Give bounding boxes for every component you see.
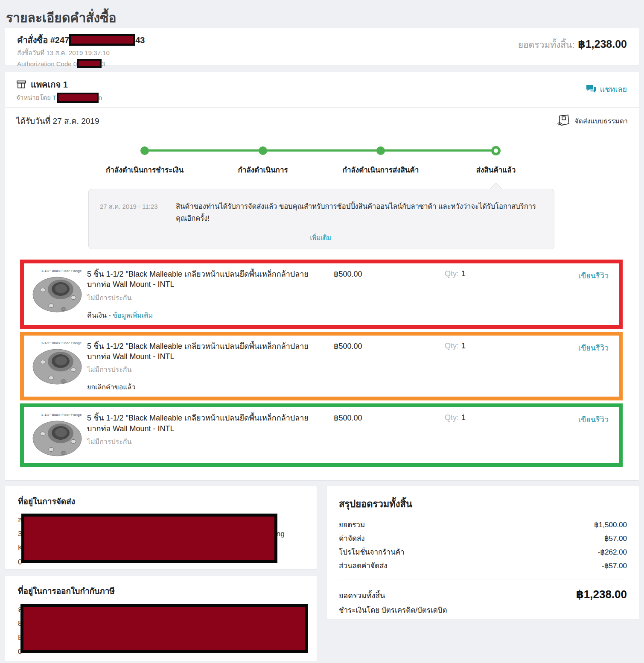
summary-total-row: ยอดรวมทั้งสิ้น ฿1,238.00: [339, 588, 627, 602]
sold-by-line: จำหน่ายโดย Tn: [16, 93, 628, 103]
summary-divider: [339, 579, 627, 579]
product-details: 5 ชิ้น 1-1/2 "Black Malleable เกลียวหน้า…: [87, 269, 334, 321]
summary-row-shipping-fee: ค่าจัดส่ง฿57.00: [339, 532, 627, 546]
total-label: ยอดรวมทั้งสิ้น: [339, 589, 385, 602]
package-card: แพคเกจ 1 จำหน่ายโดย Tn แชทเลย ได้รับวันท…: [5, 72, 639, 480]
summary-row-shipping-discount: ส่วนลดค่าจัดส่ง-฿57.00: [339, 559, 627, 573]
warranty-text: ไม่มีการประกัน: [87, 292, 334, 303]
product-image[interactable]: 1-1/2" Black Floor Flange: [29, 413, 87, 459]
product-qty: Qty:1: [445, 269, 544, 321]
package-title-row: แพคเกจ 1: [16, 78, 628, 91]
redacted-shipping-address: [21, 514, 277, 563]
refund-status-line: คืนเงิน - ข้อมูลเพิ่มเติม: [87, 310, 334, 321]
cancel-status-line: ยกเลิกคำขอแล้ว: [87, 382, 334, 392]
flange-product-image: [31, 273, 85, 313]
write-review-link[interactable]: เขียนรีวิว: [578, 415, 609, 424]
warranty-text: ไม่มีการประกัน: [87, 436, 334, 447]
summary-row-subtotal: ยอดรวม฿1,500.00: [339, 518, 627, 532]
product-list: 1-1/2" Black Floor Flange 5 ชิ้น 1-1/2 "…: [5, 260, 639, 467]
more-info-link[interactable]: ข้อมูลเพิ่มเติม: [113, 312, 153, 319]
order-summary-card: สรุปยอดรวมทั้งสิ้น ยอดรวม฿1,500.00 ค่าจั…: [327, 486, 639, 619]
product-image[interactable]: 1-1/2" Black Floor Flange: [29, 341, 87, 393]
annotation-box-red: 1-1/2" Black Floor Flange 5 ชิ้น 1-1/2 "…: [20, 260, 623, 329]
redacted-seller-name: [57, 93, 99, 103]
product-row: 1-1/2" Black Floor Flange 5 ชิ้น 1-1/2 "…: [24, 336, 619, 397]
product-title[interactable]: 5 ชิ้น 1-1/2 "Black Malleable เกลียวหน้า…: [87, 413, 320, 434]
received-date: ได้รับวันที่ 27 ส.ค. 2019: [16, 114, 99, 127]
redacted-tax-address: [20, 604, 308, 653]
delivery-type: จัดส่งแบบธรรมดา: [557, 114, 628, 127]
grand-total-value: ฿1,238.00: [578, 38, 627, 50]
order-date: สั่งซื้อวันที่ 13 ส.ค. 2019 19:37:10: [17, 48, 145, 58]
step-label-delivered: ส่งสินค้าแล้ว: [476, 164, 516, 175]
product-row: 1-1/2" Black Floor Flange 5 ชิ้น 1-1/2 "…: [24, 263, 619, 325]
warranty-text: ไม่มีการประกัน: [87, 364, 334, 375]
annotation-box-green: 1-1/2" Black Floor Flange 5 ชิ้น 1-1/2 "…: [20, 403, 623, 467]
summary-title: สรุปยอดรวมทั้งสิ้น: [339, 497, 627, 511]
authorization-code: Authorization Code 03: [17, 59, 145, 69]
shipping-address-card: ที่อยู่ในการจัดส่ง ส 3 Bang K 0: [5, 486, 317, 569]
step-label-payment: กำลังดำเนินการชำระเงิน: [106, 164, 184, 175]
progress-dot-delivered: [491, 146, 501, 155]
page-title: รายละเอียดคำสั่งซื้อ: [0, 0, 644, 28]
annotation-box-orange: 1-1/2" Black Floor Flange 5 ชิ้น 1-1/2 "…: [20, 332, 623, 401]
payment-method: ชำระเงินโดย บัตรเครดิต/บัตรเดบิต: [339, 604, 627, 616]
order-grand-total: ยอดรวมทั้งสิ้น:฿1,238.00: [518, 33, 627, 59]
total-value: ฿1,238.00: [576, 588, 627, 601]
order-number-prefix: คำสั่งซื้อ #247: [17, 35, 69, 45]
progress-dot-payment: [140, 146, 149, 155]
progress-dot-processing: [259, 146, 267, 155]
redacted-order-id: [69, 34, 135, 46]
flange-product-image: [31, 345, 85, 385]
order-number-suffix: 43: [135, 35, 145, 45]
product-title[interactable]: 5 ชิ้น 1-1/2 "Black Malleable เกลียวหน้า…: [87, 269, 320, 290]
seller-link[interactable]: Tn: [52, 94, 102, 101]
package-header: แพคเกจ 1 จำหน่ายโดย Tn แชทเลย: [5, 72, 639, 108]
grand-total-label: ยอดรวมทั้งสิ้น:: [518, 40, 575, 50]
product-row: 1-1/2" Black Floor Flange 5 ชิ้น 1-1/2 "…: [24, 407, 619, 463]
shipping-address-title: ที่อยู่ในการจัดส่ง: [18, 495, 304, 508]
step-label-processing: กำลังดำเนินการ: [238, 164, 288, 175]
status-message-box: 27 ส.ค. 2019 - 11:23 สินค้าของท่านได้รับ…: [88, 189, 554, 249]
package-icon: [16, 80, 26, 89]
order-number: คำสั่งซื้อ #24743: [17, 33, 145, 47]
redacted-auth-code: [77, 59, 102, 68]
status-message-text: สินค้าของท่านได้รับการจัดส่งแล้ว ขอบคุณส…: [176, 200, 541, 224]
write-review-link[interactable]: เขียนรีวิว: [578, 272, 609, 280]
flange-product-image: [31, 417, 85, 457]
product-title[interactable]: 5 ชิ้น 1-1/2 "Black Malleable เกลียวหน้า…: [87, 341, 320, 362]
step-label-shipping: กำลังดำเนินการส่งสินค้า: [343, 164, 419, 175]
product-qty: Qty:1: [445, 413, 544, 459]
write-review-link[interactable]: เขียนรีวิว: [578, 344, 609, 352]
standard-delivery-icon: [557, 114, 570, 127]
order-progress-tracker: กำลังดำเนินการชำระเงิน กำลังดำเนินการ กำ…: [5, 138, 639, 186]
chat-icon: [586, 85, 597, 93]
product-price: ฿500.00: [334, 413, 445, 459]
more-link[interactable]: เพิ่มเติม: [310, 234, 331, 241]
progress-dot-shipping: [376, 146, 385, 155]
received-row: ได้รับวันที่ 27 ส.ค. 2019 จัดส่งแบบธรรมด…: [5, 108, 639, 129]
status-message-date: 27 ส.ค. 2019 - 11:23: [100, 200, 176, 224]
product-price: ฿500.00: [334, 269, 445, 321]
chat-now-button[interactable]: แชทเลย: [586, 83, 627, 95]
order-info: คำสั่งซื้อ #24743 สั่งซื้อวันที่ 13 ส.ค.…: [17, 33, 145, 59]
product-qty: Qty:1: [445, 341, 544, 393]
tax-address-title: ที่อยู่ในการออกใบกำกับภาษี: [18, 584, 304, 597]
summary-row-seller-promotion: โปรโมชั่นจากร้านค้า-฿262.00: [339, 546, 627, 559]
order-header-card: คำสั่งซื้อ #24743 สั่งซื้อวันที่ 13 ส.ค.…: [5, 28, 639, 65]
progress-line: [145, 149, 496, 152]
product-details: 5 ชิ้น 1-1/2 "Black Malleable เกลียวหน้า…: [87, 341, 334, 393]
product-image[interactable]: 1-1/2" Black Floor Flange: [29, 269, 87, 321]
tax-invoice-address-card: ที่อยู่ในการออกใบกำกับภาษี ส 8 B 0: [5, 576, 317, 661]
product-details: 5 ชิ้น 1-1/2 "Black Malleable เกลียวหน้า…: [87, 413, 334, 459]
product-price: ฿500.00: [334, 341, 445, 393]
package-title: แพคเกจ 1: [31, 78, 68, 91]
